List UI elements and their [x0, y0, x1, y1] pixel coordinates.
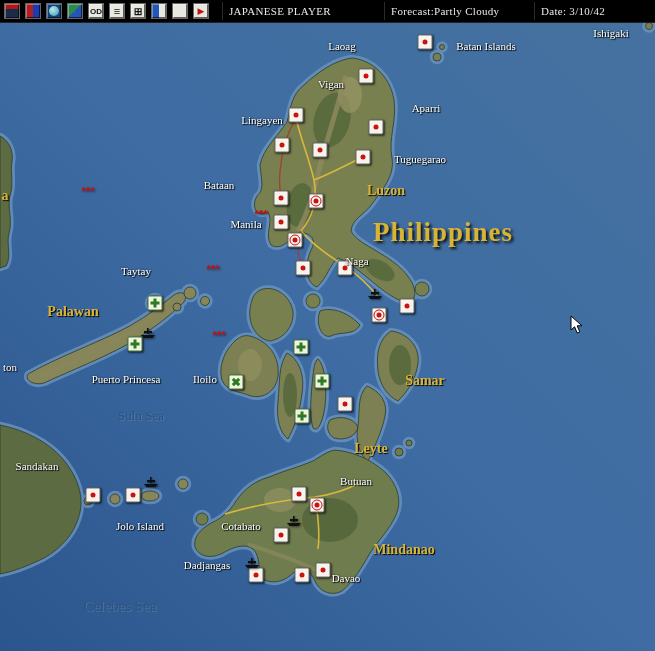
base-marker[interactable]: [292, 487, 307, 502]
taskforce-marker[interactable]: [206, 261, 221, 270]
base-marker[interactable]: [310, 498, 325, 513]
taskforce-marker[interactable]: [143, 476, 159, 488]
base-marker[interactable]: [400, 299, 415, 314]
taskforce-marker[interactable]: [286, 515, 302, 527]
globe-button[interactable]: [46, 3, 62, 19]
base-marker[interactable]: [288, 233, 303, 248]
toolbar-divider: [222, 2, 223, 20]
forecast-label: Forecast:Partly Cloudy: [391, 5, 499, 17]
taskforce-marker[interactable]: [140, 327, 156, 339]
base-marker[interactable]: [372, 308, 387, 323]
base-marker[interactable]: [359, 69, 374, 84]
airbase-marker[interactable]: [295, 409, 310, 424]
base-marker[interactable]: [338, 261, 353, 276]
airbase-marker[interactable]: [148, 296, 163, 311]
base-marker[interactable]: [274, 528, 289, 543]
toolbar-divider: [384, 2, 385, 20]
base-marker[interactable]: [309, 194, 324, 209]
map-canvas[interactable]: PhilippinesLuzonPalawanSamarLeyteMindana…: [0, 0, 655, 651]
taskforce-marker[interactable]: [244, 557, 260, 569]
base-marker[interactable]: [296, 261, 311, 276]
base-marker[interactable]: [289, 108, 304, 123]
base-marker[interactable]: [275, 138, 290, 153]
monitor-button[interactable]: [4, 3, 20, 19]
app-window: PhilippinesLuzonPalawanSamarLeyteMindana…: [0, 0, 655, 651]
base-marker[interactable]: [126, 488, 141, 503]
airbase-marker[interactable]: [315, 374, 330, 389]
base-marker[interactable]: [338, 397, 353, 412]
airbase-marker[interactable]: [229, 375, 244, 390]
taskforce-marker[interactable]: [81, 183, 96, 192]
toolbar-buttons: OD≡⊞▶: [4, 3, 209, 19]
grid-button[interactable]: ⊞: [130, 3, 146, 19]
base-marker[interactable]: [313, 143, 328, 158]
base-marker[interactable]: [86, 488, 101, 503]
toolbar-divider: [534, 2, 535, 20]
list-button[interactable]: ≡: [109, 3, 125, 19]
window-button[interactable]: [151, 3, 167, 19]
terrain-button[interactable]: [67, 3, 83, 19]
play-button[interactable]: ▶: [193, 3, 209, 19]
taskforce-marker[interactable]: [212, 327, 227, 336]
base-marker[interactable]: [274, 191, 289, 206]
base-marker[interactable]: [249, 568, 264, 583]
toolbar: OD≡⊞▶ JAPANESE PLAYER Forecast:Partly Cl…: [0, 0, 655, 23]
player-label: JAPANESE PLAYER: [229, 5, 331, 17]
base-marker[interactable]: [316, 563, 331, 578]
map-artwork: [0, 0, 655, 651]
base-marker[interactable]: [274, 215, 289, 230]
taskforce-marker[interactable]: [254, 206, 269, 215]
airbase-marker[interactable]: [294, 340, 309, 355]
date-label: Date: 3/10/42: [541, 5, 605, 17]
od-button[interactable]: OD: [88, 3, 104, 19]
base-marker[interactable]: [418, 35, 433, 50]
blank-button[interactable]: [172, 3, 188, 19]
taskforce-marker[interactable]: [367, 288, 383, 300]
flag-button[interactable]: [25, 3, 41, 19]
base-marker[interactable]: [356, 150, 371, 165]
base-marker[interactable]: [295, 568, 310, 583]
base-marker[interactable]: [369, 120, 384, 135]
